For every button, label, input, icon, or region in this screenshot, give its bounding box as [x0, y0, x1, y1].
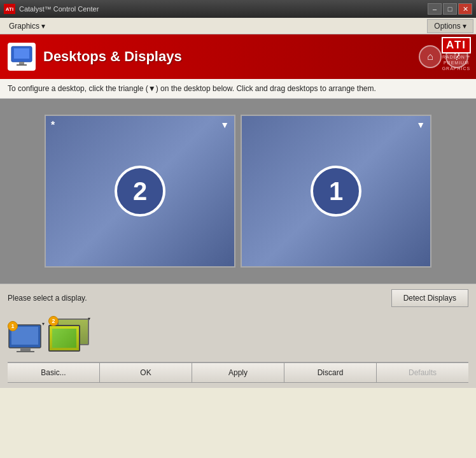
svg-rect-2 [19, 62, 24, 64]
display-1-box[interactable]: ▼ 1 [241, 115, 431, 268]
close-button[interactable]: ✕ [458, 3, 472, 15]
home-button[interactable]: ⌂ [419, 45, 442, 68]
header: Desktops & Displays ⌂ ? ATI RADEON™PREMI… [0, 34, 476, 79]
defaults-button[interactable]: Defaults [376, 362, 468, 383]
bottom-panel: Please select a display. Detect Displays… [0, 283, 476, 388]
display-2-box[interactable]: * ▼ 2 [45, 115, 235, 268]
active-indicator: * [51, 120, 55, 131]
title-text: Catalyst™ Control Center [19, 5, 428, 13]
basic-button[interactable]: Basic... [8, 362, 99, 383]
maximize-button[interactable]: □ [443, 3, 457, 15]
detect-displays-button[interactable]: Detect Displays [391, 289, 468, 307]
title-bar: ATI Catalyst™ Control Center – □ ✕ [0, 0, 476, 18]
apply-button[interactable]: Apply [192, 362, 284, 383]
monitor-2-badge: 2 [48, 316, 59, 326]
options-menu[interactable]: Options ▾ [427, 19, 473, 33]
instruction-text: To configure a desktop, click the triang… [8, 84, 376, 93]
svg-rect-7 [17, 351, 34, 352]
ati-brand: ATI RADEON™PREMIUMGRAPHICS [442, 37, 471, 71]
status-text: Please select a display. [8, 294, 391, 303]
monitor-1-badge: 1 [8, 321, 18, 331]
monitor-1-thumb-dropdown[interactable]: ▾ [42, 321, 45, 327]
ati-logo: ATI [442, 37, 471, 54]
thumbnails-row: 1 ▾ 2 ▾ [8, 311, 468, 362]
graphics-menu[interactable]: Graphics ▾ [3, 20, 52, 32]
brand-subtitle: RADEON™PREMIUMGRAPHICS [442, 54, 471, 71]
monitor-2-screen [52, 329, 76, 348]
thumbnail-monitor-1[interactable]: 1 ▾ [8, 324, 43, 357]
discard-button[interactable]: Discard [284, 362, 376, 383]
display-2-number: 2 [115, 166, 165, 217]
minimize-button[interactable]: – [428, 3, 442, 15]
ok-button[interactable]: OK [99, 362, 192, 383]
svg-rect-6 [20, 348, 31, 351]
page-title: Desktops & Displays [43, 48, 419, 65]
svg-rect-1 [14, 48, 29, 59]
status-detect-row: Please select a display. Detect Displays [8, 289, 468, 307]
display-canvas: * ▼ 2 ▼ 1 [0, 99, 476, 283]
thumbnail-monitor-2[interactable]: 2 ▾ [48, 318, 93, 357]
display-1-dropdown[interactable]: ▼ [416, 120, 425, 130]
window-controls: – □ ✕ [428, 3, 472, 15]
display-1-number: 1 [311, 166, 361, 217]
menu-bar: Graphics ▾ Options ▾ [0, 18, 476, 34]
svg-rect-3 [17, 64, 27, 66]
instruction-bar: To configure a desktop, click the triang… [0, 79, 476, 99]
monitor-2-front [48, 325, 80, 352]
header-icon [8, 43, 36, 71]
display-2-dropdown[interactable]: ▼ [220, 120, 229, 130]
app-icon: ATI [4, 4, 15, 14]
action-buttons: Basic... OK Apply Discard Defaults [8, 362, 468, 383]
